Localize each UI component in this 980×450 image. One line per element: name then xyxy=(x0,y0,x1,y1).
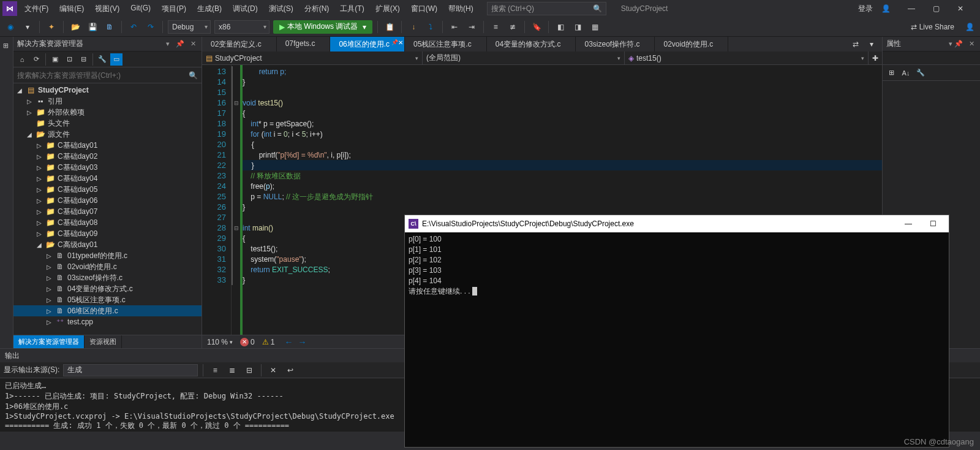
file-tab[interactable]: 07fgets.c xyxy=(277,37,331,51)
step-over-button[interactable]: ⤵ xyxy=(424,20,437,34)
menu-view[interactable]: 视图(V) xyxy=(90,1,124,17)
file-tab[interactable]: 02void的使用.c xyxy=(655,37,728,51)
bookmark-button[interactable]: 🔖 xyxy=(530,20,543,34)
tree-sources[interactable]: ◢📂源文件 xyxy=(13,129,202,140)
menu-git[interactable]: Git(G) xyxy=(126,1,156,17)
tree-headers[interactable]: 📁头文件 xyxy=(13,118,202,129)
close-icon[interactable]: ✕ xyxy=(967,39,976,48)
filter-button[interactable]: ▣ xyxy=(49,53,61,66)
redo-button[interactable]: ↷ xyxy=(144,20,157,34)
menu-build[interactable]: 生成(B) xyxy=(192,1,227,17)
undo-button[interactable]: ↶ xyxy=(127,20,140,34)
solution-search-input[interactable] xyxy=(17,71,189,80)
maximize-button[interactable]: ▢ xyxy=(924,0,948,17)
user-icon[interactable]: 👤 xyxy=(880,3,892,14)
tree-file[interactable]: ▷🗎05栈区注意事项.c xyxy=(13,294,202,305)
cat-button[interactable]: ⊞ xyxy=(885,67,897,79)
open-button[interactable]: 📂 xyxy=(69,20,82,34)
quick-search-input[interactable]: 搜索 (Ctrl+Q) 🔍 xyxy=(487,2,606,15)
out-btn[interactable]: ≡ xyxy=(208,364,222,377)
indent-right-button[interactable]: ⇥ xyxy=(465,20,478,34)
tree-folder[interactable]: ▷📁C基础day03 xyxy=(13,162,202,173)
step-into-button[interactable]: ↓ xyxy=(407,20,420,34)
tree-extdep[interactable]: ▷📁外部依赖项 xyxy=(13,107,202,118)
tree-folder[interactable]: ▷📁C基础day04 xyxy=(13,173,202,184)
file-tab[interactable]: 05栈区注意事项.c xyxy=(405,37,487,51)
close-panel-icon[interactable]: ✕ xyxy=(189,39,198,48)
console-titlebar[interactable]: C\ E:\VisualStudioProjects\StudyCProject… xyxy=(405,215,949,232)
console-max-button[interactable]: ☐ xyxy=(921,215,945,232)
tree-file[interactable]: ▷🗎02void的使用.c xyxy=(13,261,202,272)
tree-folder[interactable]: ▷📁C基础day08 xyxy=(13,217,202,228)
menu-project[interactable]: 项目(P) xyxy=(157,1,191,17)
az-button[interactable]: A↓ xyxy=(900,67,912,79)
home-button[interactable]: ⌂ xyxy=(16,53,28,66)
tree-folder[interactable]: ▷📁C基础day09 xyxy=(13,228,202,239)
save-all-button[interactable]: 🗎 xyxy=(103,20,116,34)
new-button[interactable]: ✦ xyxy=(45,20,58,34)
console-min-button[interactable]: — xyxy=(896,215,921,232)
collapse-button[interactable]: ⊟ xyxy=(77,53,89,66)
tree-folder[interactable]: ▷📁C基础day01 xyxy=(13,140,202,151)
console-body[interactable]: p[0] = 100 p[1] = 101 p[2] = 102 p[3] = … xyxy=(405,232,949,297)
minimize-button[interactable]: — xyxy=(899,0,924,17)
tb-extra2[interactable]: ◨ xyxy=(571,20,584,34)
close-button[interactable]: ✕ xyxy=(948,0,973,17)
menu-tools[interactable]: 工具(T) xyxy=(335,1,369,17)
out-btn[interactable]: ≣ xyxy=(225,364,239,377)
out-clear-button[interactable]: ✕ xyxy=(266,364,280,377)
tree-file[interactable]: ▷🗎04变量的修改方式.c xyxy=(13,283,202,294)
bc-split-button[interactable]: ✚ xyxy=(869,51,882,64)
tabs-menu-icon[interactable]: ⇄ xyxy=(849,37,862,51)
tb-extra3[interactable]: ▦ xyxy=(588,20,601,34)
solution-search[interactable]: 🔍 xyxy=(13,67,202,83)
tree-folder[interactable]: ▷📁C基础day02 xyxy=(13,151,202,162)
save-button[interactable]: 💾 xyxy=(86,20,99,34)
out-btn[interactable]: ⊟ xyxy=(243,364,256,377)
login-link[interactable]: 登录 xyxy=(858,4,873,14)
close-tab-icon[interactable]: ✕ xyxy=(398,39,403,46)
live-share-button[interactable]: ⇄Live Share xyxy=(906,23,959,31)
forward-button[interactable]: ▾ xyxy=(21,20,34,34)
bc-project[interactable]: ▤StudyCProject xyxy=(202,51,423,64)
prop-wrench-button[interactable]: 🔧 xyxy=(914,67,927,79)
file-tab-active[interactable]: 06堆区的使用.c📌✕ xyxy=(330,37,405,51)
tree-file[interactable]: ▷🗎01typedef的使用.c xyxy=(13,250,202,261)
properties-button[interactable]: 🔧 xyxy=(96,53,108,66)
pin-icon[interactable]: 📌 xyxy=(174,39,186,48)
nav-next-button[interactable]: → xyxy=(298,337,306,347)
menu-edit[interactable]: 编辑(E) xyxy=(55,1,89,17)
output-source-combo[interactable]: 生成 xyxy=(63,364,198,376)
bc-scope[interactable]: (全局范围) xyxy=(423,51,625,64)
menu-extensions[interactable]: 扩展(X) xyxy=(371,1,405,17)
pin-icon[interactable]: 📌 xyxy=(391,39,398,45)
tree-folder[interactable]: ◢📂C高级day01 xyxy=(13,239,202,250)
file-tab[interactable]: 04变量的修改方式.c xyxy=(487,37,576,51)
menu-window[interactable]: 窗口(W) xyxy=(406,1,442,17)
file-tab[interactable]: 02变量的定义.c xyxy=(202,37,277,51)
tree-folder[interactable]: ▷📁C基础day05 xyxy=(13,184,202,195)
tabs-dropdown-icon[interactable]: ▾ xyxy=(865,37,878,51)
tb-icon[interactable]: 📋 xyxy=(383,20,396,34)
uncomment-button[interactable]: ≢ xyxy=(506,20,519,34)
out-wrap-button[interactable]: ↩ xyxy=(284,364,297,377)
tree-refs[interactable]: ▷▪▪引用 xyxy=(13,96,202,107)
tab-solution-explorer[interactable]: 解决方案资源管理器 xyxy=(13,335,85,348)
tab-resource-view[interactable]: 资源视图 xyxy=(85,335,122,348)
pin-icon[interactable]: ▾ 📌 xyxy=(947,39,965,48)
zoom-level[interactable]: 110 % ▾ xyxy=(207,338,233,346)
tree-file[interactable]: ▷🗎06堆区的使用.c xyxy=(13,305,202,316)
comment-button[interactable]: ≡ xyxy=(489,20,502,34)
indent-left-button[interactable]: ⇤ xyxy=(448,20,461,34)
tb-extra1[interactable]: ◧ xyxy=(554,20,567,34)
preview-button[interactable]: ▭ xyxy=(110,53,123,66)
showall-button[interactable]: ⊡ xyxy=(63,53,75,66)
menu-file[interactable]: 文件(F) xyxy=(20,1,53,17)
tree-file[interactable]: ▷⁺⁺test.cpp xyxy=(13,316,202,327)
tree-folder[interactable]: ▷📁C基础day06 xyxy=(13,195,202,206)
fold-column[interactable]: ⊟⊟ xyxy=(232,65,240,335)
rail-toolbox[interactable]: ⊞ xyxy=(1,39,12,52)
back-button[interactable]: ◉ xyxy=(4,20,17,34)
dropdown-icon[interactable]: ▾ xyxy=(164,39,172,48)
menu-test[interactable]: 测试(S) xyxy=(264,1,298,17)
